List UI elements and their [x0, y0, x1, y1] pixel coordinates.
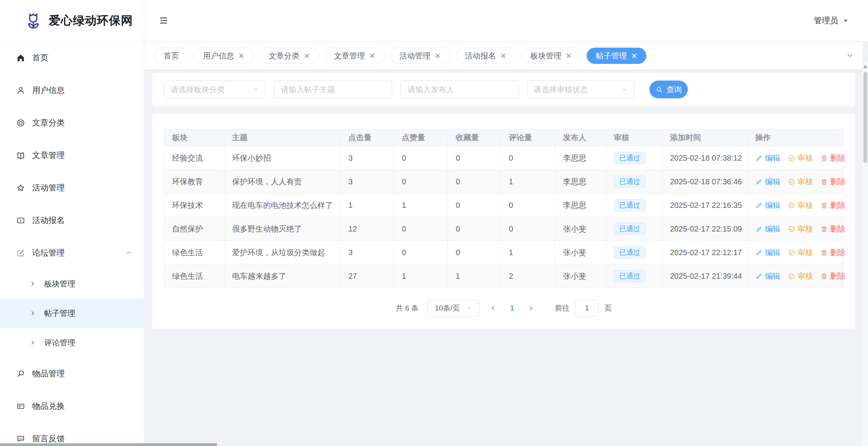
sidebar-item-user-info[interactable]: 用户信息 [0, 74, 144, 106]
table-row: 自然保护很多野生动物灭绝了12000张小斐已通过2025-02-17 22:15… [164, 217, 844, 241]
delete-button[interactable]: 删除 [820, 271, 846, 281]
sidebar-fold-icon[interactable] [159, 16, 168, 25]
tab-activity-signup[interactable]: 活动报名✕ [456, 48, 516, 64]
sidebar-item-activity-signup[interactable]: 活动报名 [0, 204, 144, 237]
horizontal-scrollbar-thumb[interactable] [0, 443, 217, 446]
next-page-icon[interactable] [523, 305, 539, 312]
logo: 爱心绿动环保网 [0, 0, 144, 41]
board-category-select[interactable]: 请选择板块分类 [164, 81, 265, 98]
review-button[interactable]: 审核 [788, 200, 813, 211]
edit-button[interactable]: 编辑 [755, 224, 780, 234]
edit-button[interactable]: 编辑 [755, 271, 780, 281]
pencil-icon [755, 202, 763, 209]
delete-button[interactable]: 删除 [820, 153, 846, 163]
sidebar-item-goods-manage[interactable]: 物品管理 [0, 357, 144, 390]
cell-time: 2025-02-17 22:12:17 [662, 241, 747, 264]
edit-icon [16, 249, 25, 257]
cell-status: 已通过 [606, 264, 662, 288]
tab-home[interactable]: 首页 [154, 48, 188, 64]
tab-board-manage[interactable]: 板块管理✕ [521, 48, 581, 64]
close-icon[interactable]: ✕ [566, 52, 572, 60]
chevron-right-icon [29, 310, 36, 316]
vertical-scrollbar-thumb[interactable] [863, 72, 867, 163]
publisher-input[interactable] [407, 85, 512, 94]
sidebar-item-forum-manage[interactable]: 论坛管理 [0, 237, 144, 269]
cell-time: 2025-02-18 07:38:12 [662, 146, 747, 170]
edit-button[interactable]: 编辑 [755, 200, 780, 211]
scroll-up-arrow-icon[interactable] [863, 65, 867, 68]
sidebar-subitem-label: 评论管理 [44, 338, 75, 348]
edit-button[interactable]: 编辑 [755, 177, 780, 187]
close-icon[interactable]: ✕ [369, 52, 375, 60]
goto-page-input[interactable] [575, 300, 599, 317]
table-row: 经验交流环保小妙招3000李思思已通过2025-02-18 07:38:12编辑… [164, 146, 844, 170]
review-status-select[interactable]: 请选择审核状态 [527, 81, 634, 98]
pencil-icon [755, 178, 763, 185]
review-button[interactable]: 审核 [788, 177, 813, 187]
sidebar-item-label: 用户信息 [32, 85, 65, 96]
sidebar-subitem-post-manage[interactable]: 帖子管理 [0, 298, 144, 328]
review-button[interactable]: 审核 [788, 224, 813, 234]
tab-activity-manage[interactable]: 活动管理✕ [390, 48, 450, 64]
tab-article-category[interactable]: 文章分类✕ [259, 48, 319, 64]
column-header: 主题 [224, 129, 341, 146]
board-category-placeholder: 请选择板块分类 [170, 84, 225, 95]
tab-label: 活动报名 [465, 51, 496, 61]
column-header: 点击量 [341, 129, 394, 146]
top-header: 管理员 [144, 0, 868, 41]
sidebar-subitem-label: 帖子管理 [44, 308, 75, 319]
sidebar-item-home[interactable]: 首页 [0, 41, 144, 74]
table-card: 板块主题点击量点赞量收藏量评论量发布人审核添加时间操作 经验交流环保小妙招300… [152, 113, 855, 329]
close-icon[interactable]: ✕ [435, 52, 441, 60]
topic-input[interactable] [280, 85, 386, 94]
tab-user-info[interactable]: 用户信息✕ [194, 48, 254, 64]
review-button[interactable]: 审核 [788, 153, 813, 163]
column-header: 点赞量 [394, 129, 448, 146]
sidebar-item-article-category[interactable]: 文章分类 [0, 106, 144, 139]
sidebar-item-article-manage[interactable]: 文章管理 [0, 139, 144, 172]
tabs-chevron-down-icon[interactable] [846, 51, 854, 60]
sidebar-subitem-board-manage[interactable]: 板块管理 [0, 269, 144, 298]
delete-button[interactable]: 删除 [820, 247, 846, 258]
page-size-select[interactable]: 10条/页 [427, 300, 479, 317]
close-icon[interactable]: ✕ [631, 52, 637, 60]
trash-icon [820, 273, 828, 280]
sidebar-subitem-comment-manage[interactable]: 评论管理 [0, 328, 144, 357]
vertical-scrollbar[interactable] [863, 62, 868, 446]
user-icon [16, 86, 25, 95]
cell-favorites: 0 [448, 194, 501, 217]
sidebar-item-goods-exchange[interactable]: 物品兑换 [0, 390, 144, 422]
close-icon[interactable]: ✕ [238, 52, 245, 60]
review-button[interactable]: 审核 [788, 271, 813, 281]
prev-page-icon[interactable] [485, 305, 501, 312]
tab-label: 用户信息 [203, 51, 234, 61]
cell-time: 2025-02-18 07:36:46 [662, 170, 747, 194]
tab-label: 板块管理 [530, 51, 561, 61]
edit-button[interactable]: 编辑 [755, 153, 780, 163]
page-number-1[interactable]: 1 [507, 304, 517, 312]
review-button[interactable]: 审核 [788, 247, 813, 258]
chevron-right-icon [29, 281, 36, 287]
status-badge: 已通过 [614, 175, 646, 188]
tab-post-manage[interactable]: 帖子管理✕ [587, 48, 647, 64]
cell-topic: 电车越来越多了 [224, 264, 341, 288]
cell-time: 2025-02-17 21:39:44 [662, 264, 747, 288]
close-icon[interactable]: ✕ [304, 52, 310, 60]
sidebar-item-label: 文章分类 [32, 117, 65, 128]
cell-status: 已通过 [606, 146, 662, 170]
cell-favorites: 1 [448, 264, 501, 288]
delete-button[interactable]: 删除 [820, 224, 846, 234]
delete-button[interactable]: 删除 [820, 177, 846, 187]
sidebar-item-activity-manage[interactable]: 活动管理 [0, 172, 144, 204]
cell-publisher: 张小斐 [555, 264, 606, 288]
admin-dropdown[interactable]: 管理员 [814, 15, 849, 26]
close-icon[interactable]: ✕ [500, 52, 506, 60]
trash-icon [820, 225, 828, 233]
sidebar-item-message-feedback[interactable]: 留言反馈 [0, 422, 144, 446]
edit-button[interactable]: 编辑 [755, 247, 780, 258]
topic-input-wrap [274, 81, 392, 98]
delete-button[interactable]: 删除 [820, 200, 846, 211]
sidebar-item-label: 首页 [32, 52, 48, 63]
tab-article-manage[interactable]: 文章管理✕ [325, 48, 385, 64]
search-button[interactable]: 查询 [649, 81, 688, 98]
